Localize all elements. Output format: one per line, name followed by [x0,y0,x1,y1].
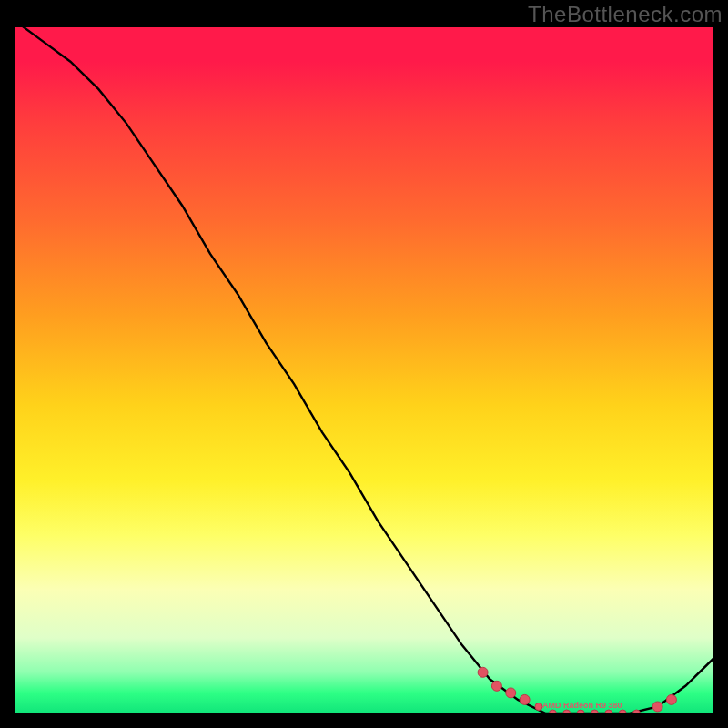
curve-marker [535,703,542,711]
series-annotation-label: AMD Radeon R9 380 [542,701,622,710]
curve-marker [652,702,662,712]
curve-marker [563,710,571,713]
plot-area: AMD Radeon R9 380 [15,27,713,713]
curve-marker [549,710,556,713]
chart-frame: TheBottleneck.com AMD Radeon R9 380 [0,0,728,728]
curve-svg: AMD Radeon R9 380 [15,27,713,713]
curve-marker [520,694,530,704]
curve-marker [666,694,676,704]
curve-marker [506,688,516,698]
bottleneck-curve [15,27,713,713]
curve-marker [633,710,641,713]
curve-marker [478,667,488,677]
curve-marker [605,710,612,713]
curve-marker [591,710,598,713]
curve-marker [619,710,626,713]
watermark-text: TheBottleneck.com [528,2,723,27]
curve-marker [491,681,501,691]
curve-marker [577,710,584,713]
